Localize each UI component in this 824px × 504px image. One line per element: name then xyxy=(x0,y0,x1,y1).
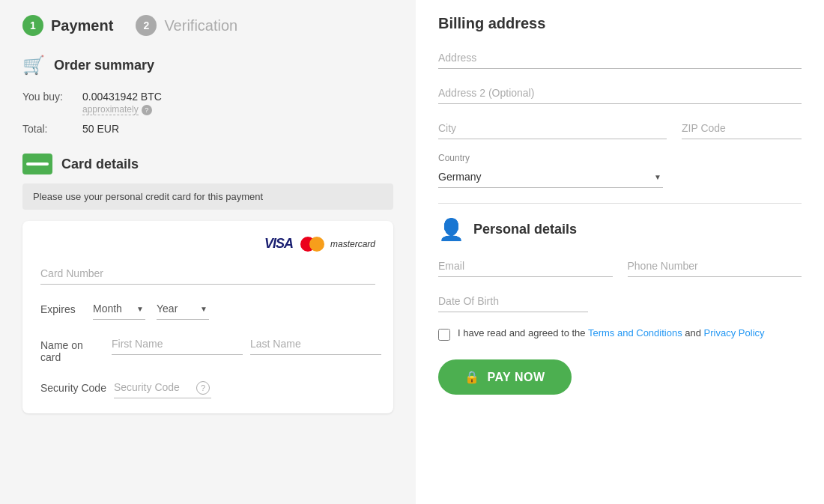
expires-label: Expires xyxy=(40,303,82,315)
expires-row: Expires Month 010203 040506 070809 10111… xyxy=(40,298,375,320)
personal-details-title: Personal details xyxy=(473,222,577,237)
security-code-row: Security Code ? xyxy=(40,377,375,398)
city-zip-row xyxy=(438,118,802,139)
total-row: Total: 50 EUR xyxy=(22,119,393,139)
country-select-wrap: Germany France United Kingdom United Sta… xyxy=(438,166,663,188)
step1-circle: 1 xyxy=(22,15,43,36)
email-input[interactable] xyxy=(438,255,613,277)
security-code-label: Security Code xyxy=(40,382,106,394)
card-details-section: Card details Please use your personal cr… xyxy=(22,154,393,413)
address-field xyxy=(438,47,802,69)
total-label: Total: xyxy=(22,123,82,135)
personal-details-header: 👤 Personal details xyxy=(438,217,802,242)
first-name-input[interactable] xyxy=(112,333,243,355)
order-table: You buy: 0.00431942 BTC approximately ? … xyxy=(22,87,393,139)
phone-input[interactable] xyxy=(628,255,802,277)
mc-text: mastercard xyxy=(330,239,375,249)
email-field xyxy=(438,255,613,277)
help-icon[interactable]: ? xyxy=(142,105,152,115)
total-value: 50 EUR xyxy=(82,123,119,135)
approximately-label: approximately xyxy=(82,104,139,115)
approximately-row: approximately ? xyxy=(82,104,162,115)
country-select[interactable]: Germany France United Kingdom United Sta… xyxy=(438,166,663,188)
billing-form: Country Germany France United Kingdom Un… xyxy=(438,47,802,188)
last-name-input[interactable] xyxy=(250,333,381,355)
personal-details-section: 👤 Personal details I have read and agree… xyxy=(438,217,802,395)
mc-orange-circle xyxy=(309,237,324,252)
year-select[interactable]: Year 202420252026 2027202820292030 xyxy=(157,298,209,320)
you-buy-label: You buy: xyxy=(22,91,82,115)
month-select[interactable]: Month 010203 040506 070809 101112 xyxy=(93,298,145,320)
email-phone-row xyxy=(438,255,802,277)
card-logos: VISA mastercard xyxy=(40,236,375,252)
steps-header: 1 Payment 2 Verification xyxy=(22,15,393,36)
terms-text: I have read and agreed to the Terms and … xyxy=(458,327,765,338)
step-payment: 1 Payment xyxy=(22,15,113,36)
person-icon: 👤 xyxy=(438,217,464,242)
dob-field xyxy=(438,291,802,312)
privacy-policy-link[interactable]: Privacy Policy xyxy=(704,327,765,338)
zip-field xyxy=(682,118,802,139)
step2-circle: 2 xyxy=(136,15,157,36)
city-field xyxy=(438,118,667,139)
mastercard-logo: mastercard xyxy=(300,237,375,252)
address-input[interactable] xyxy=(438,47,802,69)
section-divider xyxy=(438,203,802,204)
card-form: VISA mastercard Expires M xyxy=(22,221,393,413)
terms-checkbox[interactable] xyxy=(438,329,450,341)
you-buy-row: You buy: 0.00431942 BTC approximately ? xyxy=(22,87,393,119)
step2-label: Verification xyxy=(164,17,237,34)
country-label: Country xyxy=(438,153,802,163)
cart-icon: 🛒 xyxy=(22,55,45,76)
card-details-header: Card details xyxy=(22,154,393,174)
name-row: Name on card xyxy=(40,333,375,363)
security-input-wrap: ? xyxy=(114,377,211,398)
card-icon xyxy=(22,154,52,174)
order-summary-header: 🛒 Order summary xyxy=(22,55,393,76)
terms-conditions-link[interactable]: Terms and Conditions xyxy=(588,327,682,338)
security-help-icon[interactable]: ? xyxy=(196,381,210,395)
pay-now-label: PAY NOW xyxy=(488,371,545,384)
step-verification: 2 Verification xyxy=(136,15,237,36)
lock-icon: 🔒 xyxy=(464,370,480,384)
step1-label: Payment xyxy=(51,17,113,34)
visa-logo: VISA xyxy=(264,236,293,252)
card-number-input[interactable] xyxy=(40,263,375,285)
name-on-card-label: Name on card xyxy=(40,333,104,363)
card-icon-inner xyxy=(26,163,49,166)
pay-now-button[interactable]: 🔒 PAY NOW xyxy=(438,359,572,395)
month-select-wrap: Month 010203 040506 070809 101112 ▼ xyxy=(93,298,145,320)
address2-input[interactable] xyxy=(438,82,802,104)
terms-row: I have read and agreed to the Terms and … xyxy=(438,327,802,341)
year-select-wrap: Year 202420252026 2027202820292030 ▼ xyxy=(157,298,209,320)
card-number-field xyxy=(40,263,375,285)
order-summary-title: Order summary xyxy=(54,58,154,73)
phone-field xyxy=(628,255,802,277)
card-details-title: Card details xyxy=(61,157,139,172)
card-notice: Please use your personal credit card for… xyxy=(22,183,393,210)
dob-input[interactable] xyxy=(438,291,588,312)
zip-input[interactable] xyxy=(682,118,802,139)
you-buy-value: 0.00431942 BTC xyxy=(82,91,162,103)
billing-title: Billing address xyxy=(438,15,802,32)
address2-field xyxy=(438,82,802,104)
city-input[interactable] xyxy=(438,118,667,139)
country-field: Country Germany France United Kingdom Un… xyxy=(438,153,802,188)
